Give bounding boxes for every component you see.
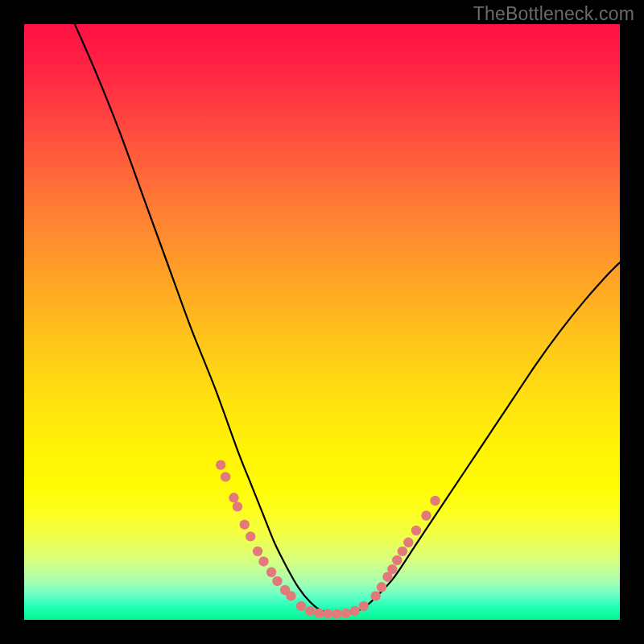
data-point (370, 591, 380, 601)
plot-area (24, 24, 620, 620)
data-point (258, 556, 268, 566)
chart-frame: TheBottleneck.com (0, 0, 644, 644)
data-point (216, 460, 225, 469)
data-point (272, 576, 282, 586)
data-point (314, 609, 324, 618)
data-point (377, 582, 386, 592)
data-point (341, 609, 350, 618)
data-point (221, 472, 230, 481)
data-point (296, 601, 306, 611)
data-point (246, 531, 255, 541)
data-point (403, 538, 413, 547)
data-point (387, 564, 397, 574)
data-point (332, 609, 341, 618)
data-point (350, 606, 360, 616)
data-point (305, 606, 315, 616)
watermark-text: TheBottleneck.com (473, 3, 634, 25)
data-point (233, 502, 242, 511)
curve-line (75, 24, 620, 614)
scatter-dots (216, 460, 440, 618)
data-point (430, 496, 440, 506)
data-point (266, 568, 276, 577)
data-point (392, 555, 402, 565)
data-point (411, 526, 421, 535)
data-point (359, 601, 369, 611)
curve-path (75, 24, 620, 614)
chart-svg (24, 24, 620, 620)
data-point (421, 510, 431, 520)
data-point (398, 547, 407, 556)
data-point (240, 519, 250, 529)
data-point (253, 547, 262, 556)
data-point (323, 609, 332, 618)
data-point (229, 493, 238, 502)
data-point (286, 591, 295, 601)
